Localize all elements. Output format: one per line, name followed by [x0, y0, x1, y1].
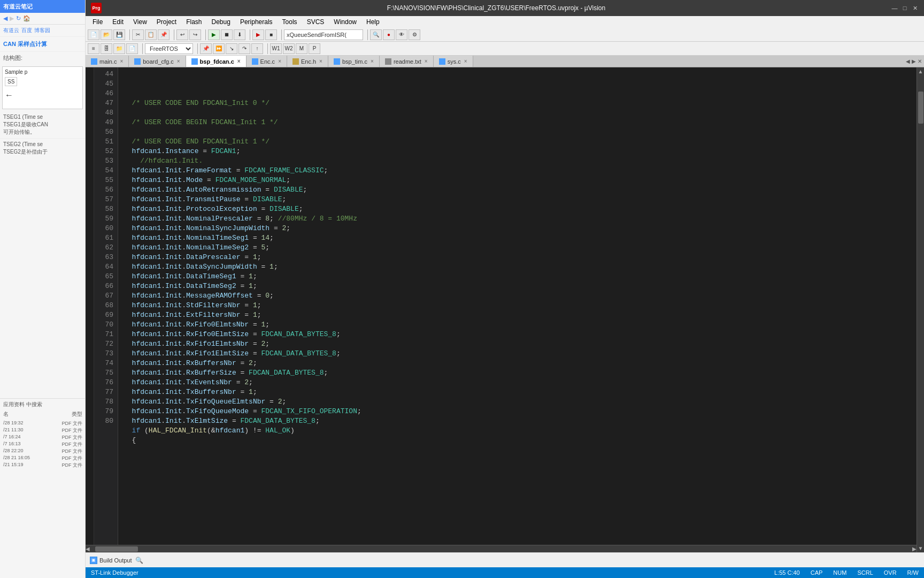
scrl-indicator: SCRL: [857, 569, 873, 576]
tab-enc-h[interactable]: Enc.h ×: [287, 56, 328, 67]
project-dropdown[interactable]: FreeRTOS: [145, 43, 193, 54]
redo-btn[interactable]: ↪: [189, 29, 201, 40]
build-output-label: Build Output: [99, 557, 132, 564]
vertical-scrollbar[interactable]: ▲ ▼: [917, 67, 924, 552]
line-numbers: 44 45 46 47 48 49 50 51 52 53 54 55 56 5…: [94, 67, 118, 552]
tabs-scroll-right[interactable]: ▶: [912, 58, 916, 64]
pin-btn[interactable]: 📌: [200, 43, 212, 54]
bottom-panel: ▣ Build Output 🔍: [86, 552, 924, 567]
menu-view[interactable]: View: [129, 17, 151, 27]
open-btn[interactable]: 📂: [101, 29, 112, 40]
sidebar-can-label: CAN 采样点计算: [3, 40, 82, 48]
file-tabs: main.c × board_cfg.c × bsp_fdcan.c × Enc…: [86, 56, 924, 67]
num-indicator: NUM: [833, 569, 846, 576]
scroll-thumb[interactable]: [918, 92, 923, 124]
sidebar-tseg2-label: TSEG2 (Time se: [3, 141, 82, 148]
menu-edit[interactable]: Edit: [108, 17, 128, 27]
download-btn[interactable]: ⬇: [234, 29, 245, 40]
tab-bsp-tim-c[interactable]: bsp_tim.c ×: [328, 56, 380, 67]
undo-btn[interactable]: ↩: [176, 29, 188, 40]
sidebar-youdao[interactable]: 有道云: [3, 27, 19, 34]
watch-btn[interactable]: 👁: [396, 29, 407, 40]
cap-indicator: CAP: [811, 569, 823, 576]
menu-window[interactable]: Window: [329, 17, 361, 27]
sidebar-tseg1-desc2: 可开始传输。: [3, 128, 82, 136]
step-into-btn[interactable]: ↘: [226, 43, 237, 54]
sidebar-ss-label: SS: [5, 77, 17, 86]
nav-fwd-btn[interactable]: 📄: [126, 43, 138, 54]
paste-btn[interactable]: 📌: [158, 29, 170, 40]
debugger-label: ST-Link Debugger: [91, 569, 138, 576]
menu-tools[interactable]: Tools: [278, 17, 302, 27]
code-content[interactable]: /* USER CODE END FDCAN1_Init 0 */ /* USE…: [118, 67, 917, 552]
memory-btn[interactable]: M: [296, 43, 307, 54]
tab-sys-c[interactable]: sys.c ×: [434, 56, 473, 67]
build-output-icon: ▣: [90, 557, 97, 564]
sidebar-structure-label: 结构图:: [3, 54, 82, 62]
watch1-btn[interactable]: W1: [270, 43, 282, 54]
tab-readme-txt[interactable]: readme.txt ×: [380, 56, 434, 67]
tabs-scroll-left[interactable]: ◀: [906, 58, 910, 64]
sidebar-tseg1-label: TSEG1 (Time se: [3, 113, 82, 121]
sidebar-baidu[interactable]: 百度: [21, 27, 32, 34]
left-sidebar: 有道云笔记 ◀ ▶ ↻ 🏠 有道云 百度 博客园 CAN 采样点计算 结构图: …: [0, 0, 86, 578]
settings-btn[interactable]: ⚙: [409, 29, 420, 40]
perf-btn[interactable]: P: [309, 43, 320, 54]
cut-btn[interactable]: ✂: [132, 29, 144, 40]
menu-bar: File Edit View Project Flash Debug Perip…: [86, 16, 924, 28]
sidebar-tseg1-desc1: TSEG1是吸收CAN: [3, 121, 82, 128]
title-bar: Prg F:\NANOVISION\FW\PHS\Clinical_ZGT6\U…: [86, 0, 924, 16]
minimize-button[interactable]: —: [891, 4, 898, 12]
menu-help[interactable]: Help: [362, 17, 384, 27]
search-dropdown[interactable]: [284, 29, 363, 40]
ovr-indicator: OVR: [884, 569, 897, 576]
toolbar-secondary: ≡ 🗄 📁 📄 FreeRTOS 📌 ⏩ ↘ ↷ ↑ W1 W2 M P: [86, 42, 924, 56]
watch2-btn[interactable]: W2: [283, 43, 295, 54]
tab-bsp-fdcan-c[interactable]: bsp_fdcan.c ×: [186, 56, 247, 67]
menu-flash[interactable]: Flash: [182, 17, 206, 27]
save-btn[interactable]: 💾: [113, 29, 125, 40]
tabs-close-all[interactable]: ✕: [918, 58, 922, 64]
tab-board-cfg-c[interactable]: board_cfg.c ×: [129, 56, 186, 67]
maximize-button[interactable]: □: [901, 4, 908, 12]
sidebar-sample-label: Sample p: [5, 69, 80, 75]
build-btn[interactable]: ▶: [208, 29, 220, 40]
sidebar-blog[interactable]: 博客园: [34, 27, 50, 34]
stop-btn[interactable]: ⏹: [221, 29, 233, 40]
build-output-button[interactable]: ▣ Build Output: [90, 557, 132, 564]
close-button[interactable]: ✕: [911, 4, 919, 12]
status-bar: ST-Link Debugger L:55 C:40 CAP NUM SCRL …: [86, 567, 924, 578]
debug-stop-btn[interactable]: ■: [265, 29, 277, 40]
sidebar-tseg2-desc: TSEG2是补偿由于: [3, 148, 82, 156]
menu-project[interactable]: Project: [152, 17, 181, 27]
window-title: F:\NANOVISION\FW\PHS\Clinical_ZGT6\USER\…: [102, 4, 891, 12]
nav-back-btn[interactable]: 📁: [113, 43, 125, 54]
menu-svcs[interactable]: SVCS: [303, 17, 329, 27]
tab-main-c[interactable]: main.c ×: [86, 56, 129, 67]
expand-btn[interactable]: 🗄: [101, 43, 112, 54]
rw-indicator: R/W: [907, 569, 919, 576]
toolbar-primary: 📄 📂 💾 ✂ 📋 📌 ↩ ↪ ▶ ⏹ ⬇ ▶ ■ 🔍 ● 👁 ⚙: [86, 28, 924, 42]
horizontal-scrollbar[interactable]: ◀ ▶: [86, 545, 917, 552]
code-editor: 44 45 46 47 48 49 50 51 52 53 54 55 56 5…: [86, 67, 924, 552]
cursor-position: L:55 C:40: [774, 569, 800, 576]
copy-btn[interactable]: 📋: [145, 29, 157, 40]
new-file-btn[interactable]: 📄: [88, 29, 99, 40]
find-in-files-btn[interactable]: 🔍: [135, 557, 143, 564]
tab-enc-c[interactable]: Enc.c ×: [247, 56, 287, 67]
h-scroll-thumb[interactable]: [95, 546, 138, 552]
menu-debug[interactable]: Debug: [207, 17, 235, 27]
collapse-btn[interactable]: ≡: [88, 43, 99, 54]
step-over-btn[interactable]: ↷: [238, 43, 250, 54]
step-out-btn[interactable]: ↑: [251, 43, 263, 54]
debug-start-btn[interactable]: ▶: [252, 29, 264, 40]
menu-peripherals[interactable]: Peripherals: [236, 17, 277, 27]
run-to-btn[interactable]: ⏩: [213, 43, 225, 54]
menu-file[interactable]: File: [88, 17, 107, 27]
breakpoint-btn[interactable]: ●: [383, 29, 395, 40]
zoom-btn[interactable]: 🔍: [370, 29, 382, 40]
